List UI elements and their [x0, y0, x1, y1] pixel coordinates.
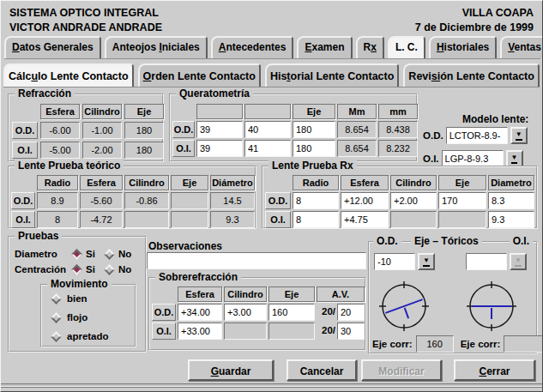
sobre-od-cilindro-input[interactable]	[224, 304, 267, 321]
rx-oi-radio-input[interactable]	[293, 211, 339, 228]
lc-sub-tab-bar: Cálculo Lente Contacto Orden Lente Conta…	[3, 63, 540, 87]
sobre-od-eje-input[interactable]	[268, 304, 315, 321]
tab-antecedentes[interactable]: Antecedentes	[211, 36, 294, 58]
tab-orden-lente-contacto[interactable]: Orden Lente Contacto	[138, 63, 261, 87]
modelo-lente-title: Modelo lente:	[462, 113, 528, 125]
sobre-oi-esfera-input[interactable]	[178, 323, 222, 340]
corner-spacer	[265, 175, 291, 190]
col-header: Esfera	[341, 175, 389, 190]
diametro-si-label: Si	[86, 249, 95, 259]
tab-anteojos-iniciales[interactable]: Anteojos Iniciales	[105, 36, 208, 58]
modelo-lente-oi-row: O.I. ▼	[423, 150, 523, 167]
movimiento-apretado-label: apretado	[67, 331, 109, 341]
current-date: 7 de Diciembre de 1999	[415, 21, 534, 35]
rx-od-cilindro-input[interactable]	[390, 192, 437, 209]
cerrar-button[interactable]: Cerrar	[454, 359, 535, 381]
lente-prueba-rx-group: Lente Prueba Rx Radio Esfera Cilindro Ej…	[262, 166, 538, 229]
diametro-si-radio[interactable]	[71, 249, 82, 260]
sobre-oi-av-input[interactable]	[337, 323, 365, 340]
refraccion-oi-eje: 180	[124, 142, 164, 159]
movimiento-bien-radio[interactable]	[51, 293, 62, 305]
rx-oi-cilindro	[390, 211, 437, 228]
row-label-od: O.D.	[12, 122, 38, 139]
row-label-oi: O.I.	[172, 140, 195, 157]
header-right: VILLA COAPA 7 de Diciembre de 1999	[415, 6, 534, 35]
ejes-od-label: O.D.	[373, 235, 401, 247]
centracion-si-radio[interactable]	[71, 264, 82, 275]
col-header: Radio	[37, 175, 78, 190]
dropdown-arrow-icon: ▼	[515, 257, 522, 267]
av-prefix: 20/	[317, 304, 335, 321]
od-axis-dial	[377, 279, 431, 334]
bottom-divider	[1, 383, 542, 387]
ejes-od-dropdown-button[interactable]: ▼	[418, 253, 435, 270]
teorico-oi-cilindro	[124, 211, 169, 228]
corner-spacer	[172, 104, 195, 119]
av-prefix: 20/	[317, 323, 335, 340]
col-header: Eje	[171, 175, 208, 190]
col-header-av: A.V.	[317, 286, 365, 302]
modelo-od-dropdown-button[interactable]: ▼	[510, 127, 528, 144]
modificar-button-disabled: Modificar	[361, 359, 442, 381]
tab-historial-lente-contacto[interactable]: Historial Lente Contacto	[265, 63, 399, 87]
rx-oi-esfera-input[interactable]	[341, 211, 389, 228]
tab-datos-generales[interactable]: Datos Generales	[4, 36, 101, 58]
rx-od-esfera-input[interactable]	[341, 192, 389, 209]
centracion-si-label: Si	[86, 264, 95, 274]
tab-rx[interactable]: Rx	[356, 36, 384, 58]
movimiento-flojo-radio[interactable]	[51, 312, 62, 323]
diametro-no-radio[interactable]	[104, 249, 115, 260]
ejes-od-combo-input[interactable]	[374, 253, 415, 270]
refraccion-group: Refracción Esfera Cilindro Eje O.D. -6.0…	[8, 93, 164, 162]
lente-prueba-rx-title: Lente Prueba Rx	[268, 160, 357, 172]
modelo-oi-dropdown-button[interactable]: ▼	[506, 150, 523, 167]
queratometria-title: Queratometría	[176, 87, 253, 100]
diametro-label: Diametro	[15, 249, 68, 259]
col-header: Eje	[268, 286, 315, 302]
querato-od-k1-input[interactable]	[196, 121, 243, 138]
col-header: Esfera	[178, 286, 222, 302]
rx-oi-diametro-input[interactable]	[488, 211, 534, 228]
app-title: SISTEMA OPTICO INTEGRAL	[9, 6, 162, 21]
modelo-oi-combo-input[interactable]	[442, 150, 504, 167]
sobre-od-esfera-input[interactable]	[178, 304, 222, 321]
tab-historiales[interactable]: Historiales	[429, 36, 497, 58]
modelo-od-combo-input[interactable]	[446, 127, 508, 144]
ejes-oi-combo-input[interactable]	[466, 253, 507, 270]
teorico-oi-eje	[171, 211, 208, 228]
tab-ventas[interactable]: Ventas	[500, 36, 543, 58]
col-header: Esfera	[80, 175, 123, 190]
tab-examen[interactable]: Examen	[297, 36, 352, 58]
guardar-button[interactable]: Guardar	[188, 359, 274, 381]
querato-oi-eje-input[interactable]	[293, 140, 335, 157]
observaciones-input[interactable]	[147, 252, 366, 269]
cancelar-button[interactable]: Cancelar	[287, 359, 357, 381]
querato-oi-mm2: 8.232	[378, 140, 418, 157]
corner-spacer	[152, 286, 176, 302]
corner-spacer	[12, 104, 38, 119]
sobre-oi-eje	[268, 323, 315, 340]
od-eje-corr-value: 160	[416, 335, 454, 353]
tab-lc[interactable]: L. C.	[388, 36, 425, 58]
querato-oi-k2-input[interactable]	[244, 140, 291, 157]
sobre-od-av-input[interactable]	[337, 304, 365, 321]
col-header: Diámetro	[210, 175, 255, 190]
rx-oi-eje	[438, 211, 486, 228]
rx-od-diametro-input[interactable]	[488, 192, 534, 209]
ejes-oi-dropdown-button-disabled: ▼	[510, 253, 527, 270]
rx-od-eje-input[interactable]	[438, 192, 486, 209]
movimiento-bien-label: bien	[67, 293, 87, 304]
centracion-no-radio[interactable]	[104, 264, 115, 275]
refraccion-od-cilindro: -1.00	[82, 122, 122, 139]
querato-od-k2-input[interactable]	[244, 121, 291, 138]
centracion-label: Centración	[15, 264, 68, 274]
rx-od-radio-input[interactable]	[293, 192, 339, 209]
querato-oi-k1-input[interactable]	[196, 140, 243, 157]
tab-revision-lente-contacto[interactable]: Revisión Lente Contacto	[403, 63, 540, 87]
sobrerefraccion-group: Sobrerefracción Esfera Cilindro Eje A.V.…	[148, 277, 366, 351]
col-header: mm	[378, 104, 418, 119]
movimiento-apretado-radio[interactable]	[51, 331, 62, 342]
tab-calculo-lente-contacto[interactable]: Cálculo Lente Contacto	[3, 63, 134, 87]
pruebas-title: Pruebas	[15, 230, 62, 242]
querato-od-eje-input[interactable]	[293, 121, 335, 138]
